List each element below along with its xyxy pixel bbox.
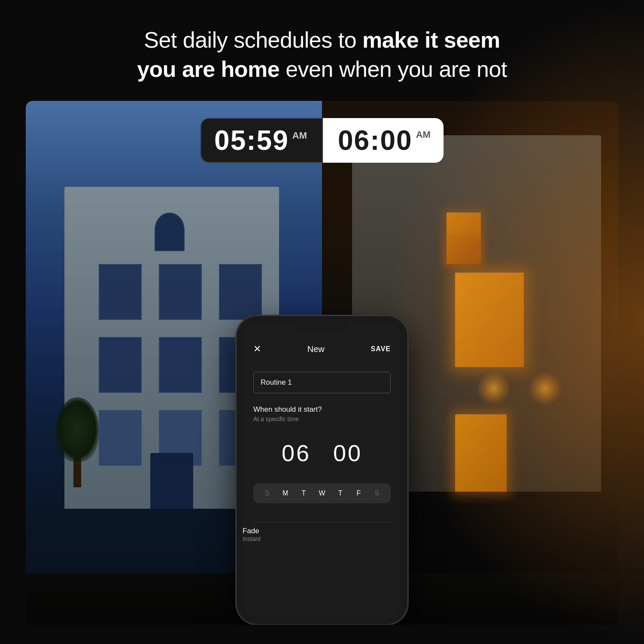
light-fixture-1	[489, 376, 498, 397]
door-left	[150, 453, 193, 509]
light-fixture-2	[541, 376, 550, 397]
phone-notch	[296, 322, 348, 334]
fade-label: Fade	[243, 527, 401, 535]
time-right-ampm: AM	[416, 129, 431, 140]
headline: Set daily schedules to make it seem you …	[94, 0, 550, 101]
day-thursday[interactable]: T	[334, 489, 347, 497]
window-7	[99, 410, 142, 466]
time-badge-dark: 05:59 AM	[200, 118, 323, 163]
window-3	[219, 264, 262, 320]
day-wednesday[interactable]: W	[315, 489, 329, 497]
headline-bold2: you are home	[137, 57, 279, 82]
time-badge-light: 06:00 AM	[323, 118, 444, 163]
close-button[interactable]: ✕	[253, 343, 261, 355]
fade-sublabel: Instant	[243, 535, 401, 542]
schedule-sublabel: At a specific time	[253, 416, 391, 422]
hours-picker[interactable]: 06	[279, 440, 313, 466]
save-button[interactable]: SAVE	[371, 345, 391, 353]
time-left-number: 05:59	[214, 127, 289, 154]
window-1	[99, 264, 142, 320]
routine-name-input[interactable]	[253, 372, 391, 393]
fade-section: Fade Instant	[243, 522, 401, 547]
phone-frame: ✕ New SAVE When should it start? At a sp…	[236, 316, 408, 625]
time-left-ampm: AM	[292, 130, 307, 141]
time-badges: 05:59 AM 06:00 AM	[200, 118, 444, 163]
headline-suffix: even when you are not	[279, 57, 507, 82]
window-right-1	[455, 273, 524, 367]
tree-left	[52, 401, 103, 487]
headline-prefix: Set daily schedules to	[144, 27, 362, 52]
page-wrapper: Set daily schedules to make it seem you …	[0, 0, 644, 644]
day-saturday[interactable]: S	[370, 489, 384, 497]
day-friday[interactable]: F	[352, 489, 365, 497]
phone-screen: ✕ New SAVE When should it start? At a sp…	[243, 322, 401, 618]
phone-wrapper: ✕ New SAVE When should it start? At a sp…	[236, 316, 408, 625]
window-5	[159, 337, 202, 393]
day-monday[interactable]: M	[279, 489, 292, 497]
headline-bold1: make it seem	[362, 27, 500, 52]
window-right-door	[455, 414, 507, 492]
schedule-label: When should it start?	[253, 405, 391, 414]
app-title: New	[307, 344, 325, 354]
days-selector[interactable]: S M T W T F S	[253, 483, 391, 503]
day-sunday[interactable]: S	[260, 489, 274, 497]
time-picker[interactable]: 06 00	[253, 435, 391, 471]
window-4	[99, 337, 142, 393]
window-right-3	[447, 238, 481, 264]
window-2	[159, 264, 202, 320]
tree-canopy-left	[56, 397, 99, 462]
day-tuesday[interactable]: T	[297, 489, 310, 497]
window-arch	[155, 213, 185, 251]
app-body: When should it start? At a specific time…	[243, 363, 401, 522]
main-image-area: 05:59 AM 06:00 AM ✕ New SAVE	[26, 101, 618, 625]
minutes-picker[interactable]: 00	[331, 440, 365, 466]
time-right-number: 06:00	[338, 127, 413, 154]
